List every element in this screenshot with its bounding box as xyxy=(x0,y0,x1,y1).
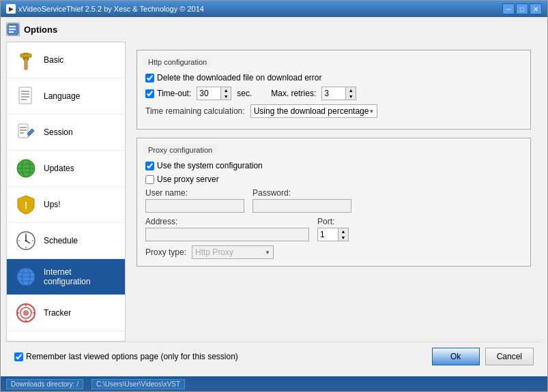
svg-rect-9 xyxy=(21,93,29,95)
dropdown-arrow-icon: ▼ xyxy=(369,108,374,115)
svg-point-26 xyxy=(25,233,27,235)
address-label: Address: xyxy=(145,217,309,226)
svg-point-29 xyxy=(32,240,33,241)
sidebar-item-updates[interactable]: Updates xyxy=(7,151,125,187)
use-system-checkbox-label[interactable]: Use the system configuration xyxy=(145,161,263,170)
http-config-content: Delete the downloaded file on download e… xyxy=(137,67,530,129)
sidebar-updates-label: Updates xyxy=(44,164,74,173)
sidebar-item-basic[interactable]: Basic xyxy=(7,42,125,78)
hammer-icon xyxy=(14,48,38,72)
sidebar-basic-label: Basic xyxy=(44,55,63,65)
globe-green-icon xyxy=(14,156,38,181)
dialog-body: Basic Language xyxy=(6,42,542,342)
remember-checkbox[interactable] xyxy=(14,352,23,361)
use-proxy-checkbox[interactable] xyxy=(145,175,154,184)
taskbar-item-1: Downloads directory: / xyxy=(6,379,83,389)
svg-rect-14 xyxy=(20,130,27,131)
password-label: Password: xyxy=(253,188,351,198)
app-icon: ▶ xyxy=(6,4,16,14)
port-spinner: 1 ▲ ▼ xyxy=(317,228,349,241)
port-spin-down[interactable]: ▼ xyxy=(338,235,348,241)
time-remaining-row: Time remaining calculation: Using the do… xyxy=(145,104,522,118)
use-proxy-checkbox-label[interactable]: Use proxy server xyxy=(145,175,219,184)
shield-icon: ! xyxy=(14,192,38,217)
port-input[interactable]: 1 xyxy=(317,228,338,241)
title-bar-buttons: ─ □ ✕ xyxy=(502,3,542,14)
globe-blue-icon xyxy=(14,265,38,289)
timeout-spin-down[interactable]: ▼ xyxy=(221,93,231,100)
title-bar: ▶ xVideoServiceThief 2.5.2 by Xesc & Tec… xyxy=(1,1,547,17)
cancel-button[interactable]: Cancel xyxy=(485,348,534,365)
sidebar: Basic Language xyxy=(6,42,126,342)
svg-point-28 xyxy=(18,240,20,241)
sidebar-item-tracker[interactable]: Tracker xyxy=(7,295,125,331)
sidebar-item-ups[interactable]: ! Ups! xyxy=(7,187,125,223)
use-proxy-row: Use proxy server xyxy=(145,175,522,184)
proxy-type-value: Http Proxy xyxy=(195,247,233,257)
timeout-spin-up[interactable]: ▲ xyxy=(221,87,231,93)
time-remaining-value: Using the download percentage xyxy=(254,106,369,116)
max-retries-spin-down[interactable]: ▼ xyxy=(346,93,356,100)
port-spin-up[interactable]: ▲ xyxy=(338,228,348,235)
max-retries-spinner: 3 ▲ ▼ xyxy=(321,87,356,100)
sidebar-item-schedule[interactable]: Schedule xyxy=(7,223,125,259)
sidebar-item-internet[interactable]: Internet configuration xyxy=(7,259,125,295)
timeout-unit: sec. xyxy=(237,89,252,98)
proxy-config-content: Use the system configuration Use proxy s… xyxy=(137,155,530,266)
use-system-text: Use the system configuration xyxy=(157,161,263,170)
minimize-button[interactable]: ─ xyxy=(502,3,515,14)
close-button[interactable]: ✕ xyxy=(530,3,542,14)
username-label: User name: xyxy=(145,188,244,198)
clock-icon xyxy=(14,228,38,253)
document-icon xyxy=(14,84,38,108)
use-proxy-text: Use proxy server xyxy=(157,175,219,184)
dialog-title-row: Options xyxy=(6,22,542,36)
sidebar-item-session[interactable]: Session xyxy=(7,115,125,151)
max-retries-spin-up[interactable]: ▲ xyxy=(346,87,356,93)
svg-rect-11 xyxy=(21,99,27,100)
svg-point-38 xyxy=(25,312,27,314)
footer-buttons: Ok Cancel xyxy=(432,348,534,365)
time-remaining-label: Time remaining calculation: xyxy=(145,106,245,116)
remember-checkbox-label[interactable]: Remember last viewed options page (only … xyxy=(14,352,238,361)
username-field-group: User name: xyxy=(145,188,244,213)
proxy-config-title: Proxy configuration xyxy=(143,145,218,155)
svg-rect-13 xyxy=(20,127,27,128)
sidebar-item-language[interactable]: Language xyxy=(7,78,125,115)
window-title: xVideoServiceThief 2.5.2 by Xesc & Techn… xyxy=(18,5,204,13)
password-field-group: Password: xyxy=(253,188,351,213)
use-system-checkbox[interactable] xyxy=(145,162,154,170)
svg-rect-15 xyxy=(20,132,24,134)
maximize-button[interactable]: □ xyxy=(516,3,528,14)
taskbar-item-2: C:\Users\User\Videos\xVST xyxy=(91,379,185,389)
timeout-spinner: 30 ▲ ▼ xyxy=(197,87,231,100)
max-retries-spin-buttons: ▲ ▼ xyxy=(345,87,356,100)
svg-rect-8 xyxy=(21,91,29,92)
proxy-config-group: Proxy configuration Use the system confi… xyxy=(136,138,531,267)
tracker-icon xyxy=(14,301,38,325)
addr-port-row: Address: Port: 1 ▲ ▼ xyxy=(145,217,522,241)
delete-error-checkbox-label[interactable]: Delete the downloaded file on download e… xyxy=(145,73,322,82)
time-remaining-dropdown[interactable]: Using the download percentage ▼ xyxy=(250,104,378,118)
timeout-checkbox-label[interactable]: Time-out: xyxy=(145,89,191,98)
dialog-icon xyxy=(6,22,20,36)
proxy-type-dropdown[interactable]: Http Proxy ▼ xyxy=(192,245,274,259)
address-input[interactable] xyxy=(145,228,309,241)
delete-error-row: Delete the downloaded file on download e… xyxy=(145,73,522,82)
sidebar-session-label: Session xyxy=(44,127,73,137)
http-config-title: Http configuration xyxy=(143,57,212,67)
timeout-row: Time-out: 30 ▲ ▼ sec. Max. retries: xyxy=(145,87,522,100)
timeout-input[interactable]: 30 xyxy=(197,87,220,100)
delete-error-checkbox[interactable] xyxy=(145,74,154,82)
svg-text:!: ! xyxy=(25,200,28,211)
max-retries-input[interactable]: 3 xyxy=(321,87,345,100)
dialog-footer: Remember last viewed options page (only … xyxy=(6,342,542,371)
use-system-row: Use the system configuration xyxy=(145,161,522,170)
timeout-checkbox[interactable] xyxy=(145,89,154,98)
port-spin-buttons: ▲ ▼ xyxy=(338,228,349,241)
password-input[interactable] xyxy=(253,199,351,213)
ok-button[interactable]: Ok xyxy=(432,348,480,365)
address-field-group: Address: xyxy=(145,217,309,241)
username-input[interactable] xyxy=(145,199,244,213)
svg-rect-6 xyxy=(20,54,31,57)
